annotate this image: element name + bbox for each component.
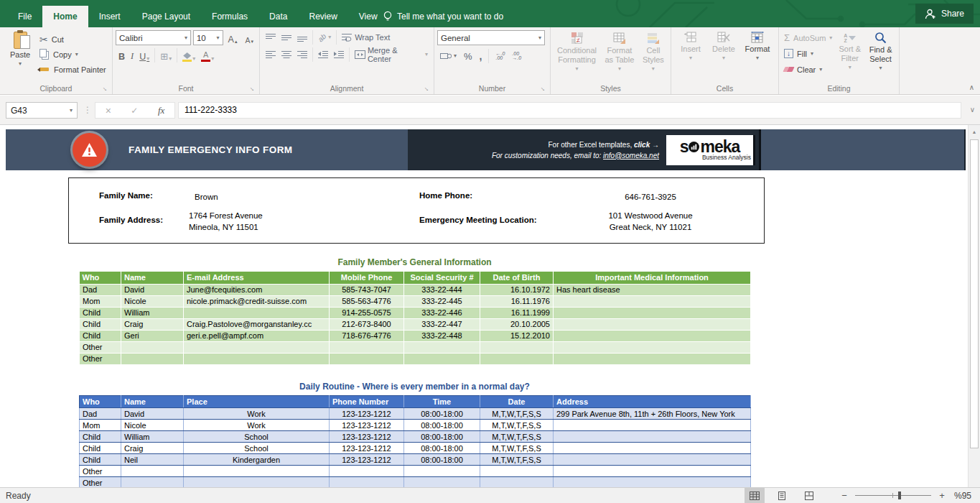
cell[interactable] [404, 477, 480, 488]
italic-button[interactable]: I [128, 48, 136, 63]
percent-style-button[interactable]: % [461, 49, 475, 63]
align-center-button[interactable] [279, 47, 294, 62]
scroll-up-icon[interactable]: ▲ [969, 125, 980, 138]
general-info-table[interactable]: WhoNameE-mail AddressMobile PhoneSocial … [79, 272, 751, 365]
cell[interactable]: School [184, 443, 330, 454]
cell[interactable]: 333-22-447 [404, 318, 480, 330]
cell[interactable] [184, 307, 330, 318]
format-painter-button[interactable]: Format Painter [37, 62, 108, 77]
enter-button[interactable]: ✓ [131, 106, 138, 116]
cell[interactable]: 123-123-1212 [330, 420, 404, 431]
zoom-in-button[interactable]: + [935, 490, 948, 501]
cell[interactable] [121, 466, 184, 477]
tab-review[interactable]: Review [298, 6, 347, 27]
formula-input[interactable]: 111-222-3333 [178, 102, 961, 119]
fill-color-button[interactable]: ▾ [179, 48, 198, 63]
cell[interactable] [554, 318, 751, 330]
cell[interactable]: Work [184, 408, 330, 420]
cell[interactable]: Has heart disease [554, 284, 751, 295]
column-header[interactable]: Who [80, 272, 121, 284]
column-header[interactable]: Phone Number [330, 396, 404, 408]
font-color-button[interactable]: A▾ [198, 48, 217, 63]
cell[interactable]: 333-22-444 [404, 284, 480, 295]
zoom-slider[interactable] [855, 495, 931, 496]
column-header[interactable]: Time [404, 396, 480, 408]
cell[interactable]: Kindergarden [184, 454, 330, 466]
cell[interactable]: Dad [80, 408, 121, 420]
cell[interactable]: Nicole [121, 420, 184, 431]
cell[interactable]: 123-123-1212 [330, 431, 404, 443]
cell[interactable] [330, 341, 404, 353]
column-header[interactable]: Place [184, 396, 330, 408]
comma-style-button[interactable]: , [477, 49, 485, 63]
column-header[interactable]: Name [121, 272, 184, 284]
cell[interactable] [184, 477, 330, 488]
increase-decimal-button[interactable]: ←.0.00 [493, 49, 508, 63]
cell[interactable] [480, 466, 554, 477]
column-header[interactable]: Name [121, 396, 184, 408]
cell[interactable] [554, 330, 751, 341]
cell[interactable]: William [121, 431, 184, 443]
cell[interactable]: Child [80, 318, 121, 330]
cell[interactable] [184, 466, 330, 477]
cell[interactable] [121, 477, 184, 488]
cell[interactable]: 123-123-1212 [330, 443, 404, 454]
cell[interactable]: nicole.primack@credit-suisse.com [184, 295, 330, 307]
tab-insert[interactable]: Insert [88, 6, 131, 27]
cell[interactable]: Work [184, 420, 330, 431]
daily-routine-table[interactable]: WhoNamePlacePhone NumberTimeDateAddressD… [79, 395, 751, 487]
cell[interactable] [184, 353, 330, 364]
cell[interactable]: Nicole [121, 295, 184, 307]
cell[interactable]: 16.11.1976 [480, 295, 554, 307]
cell[interactable]: David [121, 284, 184, 295]
number-format-select[interactable]: General ▾ [437, 30, 545, 45]
cell[interactable]: Craig.Pastolove@morganstanley.cc [184, 318, 330, 330]
cell[interactable] [554, 454, 751, 466]
cell[interactable]: 16.10.1972 [480, 284, 554, 295]
share-button[interactable]: Share [915, 4, 974, 24]
cell[interactable]: 585-563-4776 [330, 295, 404, 307]
decrease-decimal-button[interactable]: .00→.0 [509, 49, 524, 63]
column-header[interactable]: Date [480, 396, 554, 408]
align-left-button[interactable] [263, 47, 279, 62]
cell[interactable] [554, 295, 751, 307]
cell[interactable]: M,T,W,T,F,S,S [480, 420, 554, 431]
cell[interactable]: 212-673-8400 [330, 318, 404, 330]
cell[interactable]: Craig [121, 443, 184, 454]
normal-view-button[interactable] [745, 488, 765, 503]
cell[interactable]: 16.11.1999 [480, 307, 554, 318]
cell[interactable]: 333-22-445 [404, 295, 480, 307]
cell[interactable]: 08:00-18:00 [404, 454, 480, 466]
name-box[interactable]: G43 ▾ [6, 102, 78, 119]
cell[interactable]: Other [80, 477, 121, 488]
family-name-value[interactable]: Brown [195, 191, 218, 203]
cell[interactable]: School [184, 431, 330, 443]
cell[interactable] [554, 443, 751, 454]
cell[interactable]: William [121, 307, 184, 318]
cancel-button[interactable]: × [106, 105, 111, 116]
cell[interactable] [330, 477, 404, 488]
cut-button[interactable]: ✂ Cut [37, 32, 108, 47]
align-bottom-button[interactable] [294, 30, 310, 45]
borders-button[interactable]: ⊞▾ [157, 48, 174, 63]
cell[interactable] [554, 431, 751, 443]
cell[interactable] [404, 353, 480, 364]
promo-click-link[interactable]: click → [634, 141, 659, 149]
cell[interactable]: M,T,W,T,F,S,S [480, 431, 554, 443]
decrease-font-button[interactable]: A▾ [242, 31, 256, 45]
sort-filter-button[interactable]: AZ Sort & Filter ▾ [834, 30, 865, 83]
cell[interactable]: Other [80, 341, 121, 353]
cell[interactable]: 123-123-1212 [330, 454, 404, 466]
formula-bar-grip-icon[interactable]: ⋮ [83, 105, 92, 115]
cell[interactable]: M,T,W,T,F,S,S [480, 454, 554, 466]
cell[interactable]: Mom [80, 295, 121, 307]
cell[interactable] [554, 341, 751, 353]
meeting-location-value[interactable]: 101 Westwood AvenueGreat Neck, NY 11021 [543, 210, 758, 233]
cell[interactable] [480, 477, 554, 488]
underline-button[interactable]: U▾ [136, 48, 152, 63]
cell[interactable] [480, 341, 554, 353]
cell[interactable]: 718-676-4776 [330, 330, 404, 341]
align-right-button[interactable] [294, 47, 310, 62]
cell[interactable]: 914-255-0575 [330, 307, 404, 318]
cell[interactable] [554, 466, 751, 477]
